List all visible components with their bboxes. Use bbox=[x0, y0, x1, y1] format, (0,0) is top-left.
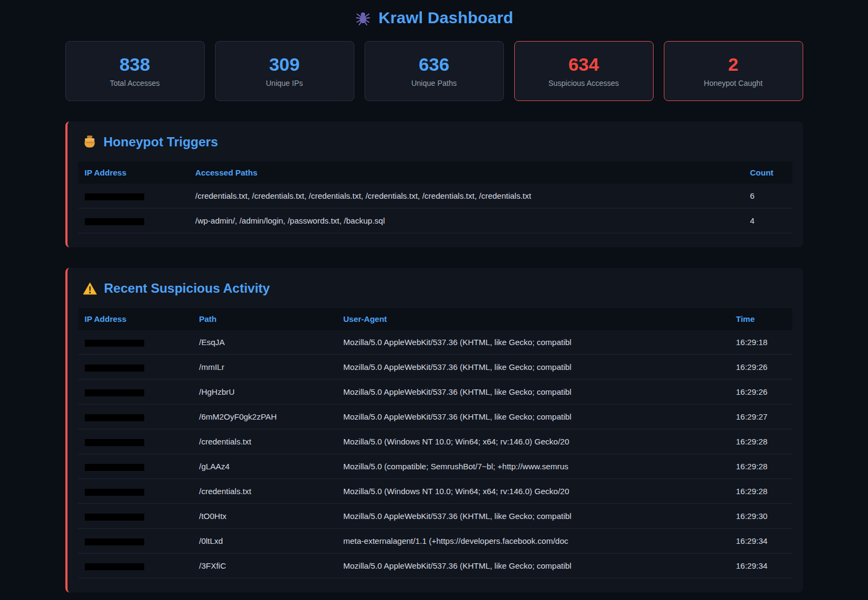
time-cell: 16:29:30 bbox=[730, 504, 792, 528]
stat-value: 309 bbox=[269, 55, 300, 73]
path-cell: /credentials.txt bbox=[193, 429, 337, 454]
table-row: /6mM2OyF0gk2zPAH Mozilla/5.0 AppleWebKit… bbox=[78, 405, 792, 429]
path-cell: /gLAAz4 bbox=[193, 454, 337, 478]
time-cell: 16:29:28 bbox=[730, 454, 792, 478]
suspicious-activity-panel: Recent Suspicious Activity IP Address Pa… bbox=[65, 268, 803, 592]
time-cell: 16:29:27 bbox=[730, 405, 792, 429]
time-cell: 16:29:26 bbox=[730, 380, 792, 404]
warning-icon bbox=[83, 282, 97, 295]
table-row: /credentials.txt Mozilla/5.0 (Windows NT… bbox=[78, 479, 792, 504]
column-header-ip: IP Address bbox=[78, 308, 193, 330]
stat-card-total-accesses: 838 Total Accesses bbox=[65, 41, 205, 101]
column-header-paths: Accessed Paths bbox=[189, 161, 744, 184]
path-cell: /credentials.txt bbox=[193, 479, 337, 503]
user-agent-cell: Mozilla/5.0 (Windows NT 10.0; Win64; x64… bbox=[337, 429, 730, 454]
redacted-ip-bar bbox=[85, 489, 144, 496]
suspicious-panel-title-text: Recent Suspicious Activity bbox=[104, 281, 270, 296]
redacted-ip-bar bbox=[85, 439, 144, 446]
suspicious-table-header: IP Address Path User-Agent Time bbox=[78, 308, 792, 330]
time-cell: 16:29:26 bbox=[730, 355, 792, 379]
count-cell: 4 bbox=[744, 208, 792, 233]
suspicious-table: IP Address Path User-Agent Time /EsqJA M… bbox=[78, 308, 792, 578]
stat-value: 838 bbox=[119, 55, 150, 73]
ip-cell bbox=[78, 479, 193, 503]
time-cell: 16:29:34 bbox=[730, 554, 792, 578]
stat-card-unique-paths: 636 Unique Paths bbox=[365, 41, 504, 101]
stat-value: 2 bbox=[728, 55, 738, 73]
ip-cell bbox=[78, 429, 193, 454]
paths-cell: /wp-admin/, /admin/login, /passwords.txt… bbox=[189, 208, 744, 233]
time-cell: 16:29:18 bbox=[730, 330, 792, 354]
table-row: /credentials.txt Mozilla/5.0 (Windows NT… bbox=[78, 429, 792, 454]
path-cell: /3FXfiC bbox=[193, 554, 337, 578]
user-agent-cell: Mozilla/5.0 AppleWebKit/537.36 (KHTML, l… bbox=[337, 380, 730, 404]
paths-cell: /credentials.txt, /credentials.txt, /cre… bbox=[189, 184, 744, 208]
redacted-ip-bar bbox=[85, 414, 144, 421]
suspicious-panel-title: Recent Suspicious Activity bbox=[83, 281, 792, 296]
path-cell: /mmILr bbox=[193, 355, 337, 379]
dashboard-page: Krawl Dashboard 838 Total Accesses 309 U… bbox=[65, 0, 803, 592]
redacted-ip-bar bbox=[85, 340, 144, 347]
table-row: /credentials.txt, /credentials.txt, /cre… bbox=[78, 184, 792, 208]
column-header-path: Path bbox=[193, 308, 337, 330]
honeypot-table-header: IP Address Accessed Paths Count bbox=[78, 161, 792, 184]
redacted-ip-bar bbox=[85, 389, 144, 396]
page-header: Krawl Dashboard bbox=[65, 0, 803, 41]
stat-card-unique-ips: 309 Unique IPs bbox=[215, 41, 354, 101]
table-row: /mmILr Mozilla/5.0 AppleWebKit/537.36 (K… bbox=[78, 355, 792, 380]
redacted-ip-bar bbox=[85, 538, 144, 545]
path-cell: /0ltLxd bbox=[193, 529, 337, 553]
ip-cell bbox=[78, 380, 193, 404]
stat-card-suspicious-accesses: 634 Suspicious Accesses bbox=[514, 41, 654, 101]
spider-icon bbox=[355, 10, 371, 26]
user-agent-cell: Mozilla/5.0 AppleWebKit/537.36 (KHTML, l… bbox=[337, 330, 730, 354]
user-agent-cell: Mozilla/5.0 AppleWebKit/537.36 (KHTML, l… bbox=[337, 554, 730, 578]
table-row: /HgHzbrU Mozilla/5.0 AppleWebKit/537.36 … bbox=[78, 380, 792, 405]
user-agent-cell: Mozilla/5.0 AppleWebKit/537.36 (KHTML, l… bbox=[337, 504, 730, 528]
honeypot-panel-title: Honeypot Triggers bbox=[83, 134, 792, 150]
user-agent-cell: Mozilla/5.0 (compatible; SemrushBot/7~bl… bbox=[337, 454, 730, 478]
ip-cell bbox=[78, 355, 193, 379]
path-cell: /HgHzbrU bbox=[193, 380, 337, 404]
ip-cell bbox=[78, 554, 193, 578]
table-row: /gLAAz4 Mozilla/5.0 (compatible; Semrush… bbox=[78, 454, 792, 479]
time-cell: 16:29:34 bbox=[730, 529, 792, 553]
table-row: /EsqJA Mozilla/5.0 AppleWebKit/537.36 (K… bbox=[78, 330, 792, 355]
table-row: /3FXfiC Mozilla/5.0 AppleWebKit/537.36 (… bbox=[78, 554, 792, 578]
redacted-ip-bar bbox=[85, 193, 144, 200]
path-cell: /tO0Htx bbox=[193, 504, 337, 528]
stat-label: Unique IPs bbox=[266, 79, 302, 87]
column-header-time: Time bbox=[730, 308, 792, 330]
user-agent-cell: meta-externalagent/1.1 (+https://develop… bbox=[337, 529, 730, 553]
ip-cell bbox=[78, 454, 193, 478]
column-header-ip: IP Address bbox=[78, 161, 189, 184]
ip-cell bbox=[78, 330, 193, 354]
count-cell: 6 bbox=[744, 184, 792, 208]
stats-row: 838 Total Accesses 309 Unique IPs 636 Un… bbox=[65, 41, 803, 101]
path-cell: /6mM2OyF0gk2zPAH bbox=[193, 405, 337, 429]
stat-value: 634 bbox=[568, 55, 599, 73]
redacted-ip-bar bbox=[85, 514, 144, 521]
honeypot-triggers-panel: Honeypot Triggers IP Address Accessed Pa… bbox=[65, 122, 803, 247]
stat-card-honeypot-caught: 2 Honeypot Caught bbox=[664, 41, 803, 101]
stat-label: Suspicious Accesses bbox=[548, 79, 619, 87]
path-cell: /EsqJA bbox=[193, 330, 337, 354]
user-agent-cell: Mozilla/5.0 AppleWebKit/537.36 (KHTML, l… bbox=[337, 355, 730, 379]
ip-cell bbox=[78, 184, 189, 208]
table-row: /tO0Htx Mozilla/5.0 AppleWebKit/537.36 (… bbox=[78, 504, 792, 529]
redacted-ip-bar bbox=[85, 365, 144, 372]
time-cell: 16:29:28 bbox=[730, 479, 792, 503]
ip-cell bbox=[78, 529, 193, 553]
column-header-count: Count bbox=[744, 161, 792, 184]
honeypot-icon bbox=[83, 135, 97, 149]
honeypot-panel-title-text: Honeypot Triggers bbox=[104, 134, 218, 150]
ip-cell bbox=[78, 504, 193, 528]
table-row: /0ltLxd meta-externalagent/1.1 (+https:/… bbox=[78, 529, 792, 554]
user-agent-cell: Mozilla/5.0 (Windows NT 10.0; Win64; x64… bbox=[337, 479, 730, 503]
stat-value: 636 bbox=[419, 55, 449, 73]
stat-label: Honeypot Caught bbox=[704, 79, 763, 87]
time-cell: 16:29:28 bbox=[730, 429, 792, 454]
redacted-ip-bar bbox=[85, 563, 144, 570]
table-row: /wp-admin/, /admin/login, /passwords.txt… bbox=[78, 208, 792, 233]
stat-label: Unique Paths bbox=[411, 79, 456, 87]
